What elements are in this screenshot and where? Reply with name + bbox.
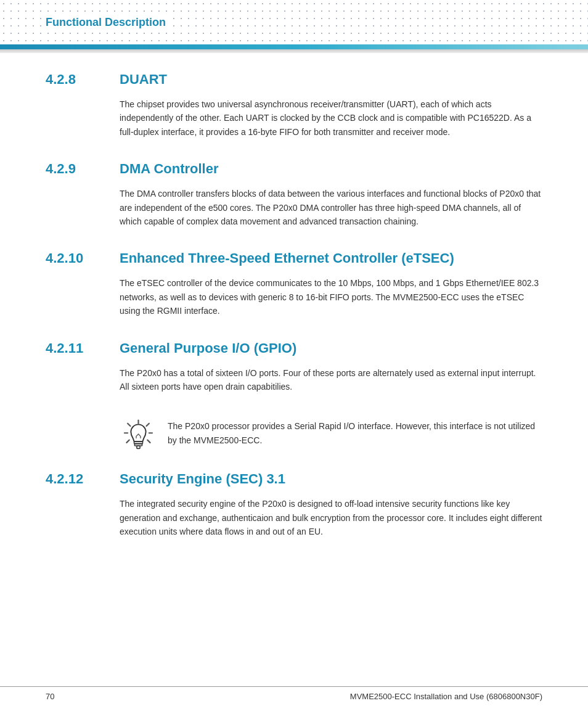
svg-line-6	[147, 440, 150, 443]
section-text-4-2-12: The integrated security engine of the P2…	[120, 497, 542, 538]
section-body-4-2-9: The DMA controller transfers blocks of d…	[120, 187, 542, 228]
section-number-4-2-8: 4.2.8	[46, 72, 101, 88]
note-box: The P20x0 processor provides a Serial Ra…	[120, 416, 542, 459]
section-4-2-10: 4.2.10 Enhanced Three-Speed Ethernet Con…	[46, 250, 542, 318]
page-title: Functional Description	[46, 15, 171, 30]
section-body-4-2-8: The chipset provides two universal async…	[120, 97, 542, 139]
svg-line-2	[146, 424, 149, 426]
section-header-4-2-11: 4.2.11 General Purpose I/O (GPIO)	[46, 340, 542, 356]
header: Functional Description	[0, 0, 588, 53]
section-text-4-2-11: The P20x0 has a total of sixteen I/O por…	[120, 366, 542, 394]
section-title-4-2-12: Security Engine (SEC) 3.1	[120, 471, 285, 487]
section-text-4-2-8: The chipset provides two universal async…	[120, 97, 542, 139]
svg-line-1	[128, 424, 130, 426]
section-body-4-2-12: The integrated security engine of the P2…	[120, 497, 542, 538]
section-title-4-2-8: DUART	[120, 72, 167, 88]
section-header-4-2-9: 4.2.9 DMA Controller	[46, 161, 542, 177]
footer: 70 MVME2500-ECC Installation and Use (68…	[0, 686, 588, 706]
section-number-4-2-9: 4.2.9	[46, 161, 101, 177]
section-header-4-2-10: 4.2.10 Enhanced Three-Speed Ethernet Con…	[46, 250, 542, 266]
section-title-4-2-10: Enhanced Three-Speed Ethernet Controller…	[120, 250, 454, 266]
section-4-2-12: 4.2.12 Security Engine (SEC) 3.1 The int…	[46, 471, 542, 538]
section-number-4-2-10: 4.2.10	[46, 250, 101, 266]
svg-line-5	[126, 440, 129, 443]
svg-rect-9	[136, 446, 139, 448]
footer-document-title: MVME2500-ECC Installation and Use (68068…	[350, 692, 542, 701]
section-4-2-11: 4.2.11 General Purpose I/O (GPIO) The P2…	[46, 340, 542, 394]
section-title-4-2-9: DMA Controller	[120, 161, 219, 177]
dot-pattern-background: Functional Description	[0, 0, 588, 44]
footer-page-number: 70	[46, 692, 54, 701]
section-header-4-2-12: 4.2.12 Security Engine (SEC) 3.1	[46, 471, 542, 487]
main-content: 4.2.8 DUART The chipset provides two uni…	[0, 53, 588, 579]
section-4-2-9: 4.2.9 DMA Controller The DMA controller …	[46, 161, 542, 228]
section-body-4-2-10: The eTSEC controller of the device commu…	[120, 276, 542, 318]
section-body-4-2-11: The P20x0 has a total of sixteen I/O por…	[120, 366, 542, 394]
section-text-4-2-9: The DMA controller transfers blocks of d…	[120, 187, 542, 228]
lightbulb-icon	[120, 416, 157, 459]
gray-shadow-bar	[0, 49, 588, 53]
note-text: The P20x0 processor provides a Serial Ra…	[168, 416, 542, 447]
blue-accent-bar	[0, 44, 588, 49]
section-number-4-2-11: 4.2.11	[46, 340, 101, 356]
section-text-4-2-10: The eTSEC controller of the device commu…	[120, 276, 542, 318]
section-4-2-8: 4.2.8 DUART The chipset provides two uni…	[46, 72, 542, 139]
lightbulb-svg	[121, 418, 155, 458]
section-number-4-2-12: 4.2.12	[46, 471, 101, 487]
section-header-4-2-8: 4.2.8 DUART	[46, 72, 542, 88]
section-title-4-2-11: General Purpose I/O (GPIO)	[120, 340, 296, 356]
